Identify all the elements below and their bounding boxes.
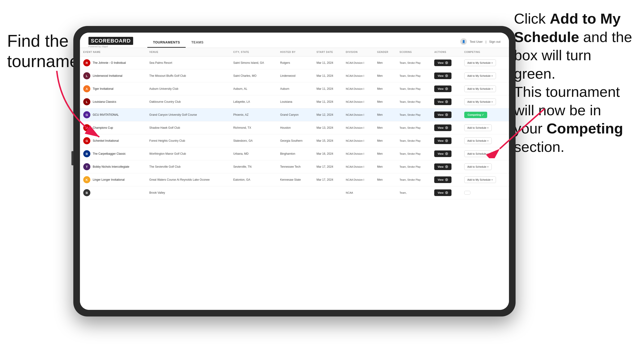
tab-teams[interactable]: TEAMS (186, 37, 209, 48)
nav-tabs: TOURNAMENTS TEAMS (147, 37, 209, 48)
actions-cell: View ⓘ (431, 134, 461, 147)
hosted-by-cell: Tennessee Tech (277, 160, 313, 173)
view-icon: ⓘ (445, 61, 448, 64)
hosted-by-cell: Auburn (277, 82, 313, 95)
view-button[interactable]: View ⓘ (434, 189, 452, 196)
date-cell: Mar 17, 2024 (313, 160, 342, 173)
view-button[interactable]: View ⓘ (434, 176, 452, 183)
date-cell: Mar 11, 2024 (313, 95, 342, 108)
gender-cell: Men (374, 82, 396, 95)
view-icon: ⓘ (445, 126, 448, 129)
venue-cell: Sea Palms Resort (146, 56, 230, 69)
user-icon: 👤 (460, 38, 467, 45)
hosted-by-cell: Kennesaw State (277, 173, 313, 186)
date-cell: Mar 16, 2024 (313, 147, 342, 160)
gender-cell: Men (374, 134, 396, 147)
gender-cell: Men (374, 121, 396, 134)
table-row: A Tiger Invitational Auburn University C… (80, 82, 509, 95)
city-cell: Saint Charles, MO (230, 69, 277, 82)
add-to-schedule-button[interactable]: Add to My Schedule + (464, 176, 496, 183)
view-button[interactable]: View ⓘ (434, 99, 452, 105)
table-header-row: EVENT NAME VENUE CITY, STATE HOSTED BY S… (80, 48, 509, 56)
col-hosted-by: HOSTED BY (277, 48, 313, 56)
actions-cell: View ⓘ (431, 82, 461, 95)
view-button[interactable]: View ⓘ (434, 112, 452, 118)
competing-cell: Add to My Schedule + (461, 173, 509, 186)
date-cell: Mar 11, 2024 (313, 82, 342, 95)
gender-cell: Men (374, 160, 396, 173)
competing-cell: Add to My Schedule + (461, 56, 509, 69)
event-name-text: Bobby Nichols Intercollegiate (93, 165, 129, 169)
app-logo: SCOREBOARD (88, 37, 133, 45)
view-button[interactable]: View ⓘ (434, 85, 452, 92)
add-to-schedule-button[interactable]: Add to My Schedule + (464, 59, 496, 66)
view-button[interactable]: View ⓘ (434, 151, 452, 157)
gender-cell: Men (374, 69, 396, 82)
col-start-date: START DATE (313, 48, 342, 56)
actions-cell: View ⓘ (431, 56, 461, 69)
sign-out-link[interactable]: Sign out (489, 40, 500, 43)
tablet-screen: SCOREBOARD Powered by clippd TOURNAMENTS… (80, 33, 509, 310)
team-logo: K (83, 176, 90, 183)
add-to-schedule-button[interactable] (464, 191, 470, 195)
actions-cell: View ⓘ (431, 121, 461, 134)
gender-cell: Men (374, 95, 396, 108)
tournaments-table: EVENT NAME VENUE CITY, STATE HOSTED BY S… (80, 48, 509, 199)
scoring-cell: Team, Stroke Play (396, 108, 431, 121)
scoring-cell: Team, Stroke Play (396, 121, 431, 134)
gender-cell: Men (374, 56, 396, 69)
view-icon: ⓘ (445, 191, 448, 194)
view-button[interactable]: View ⓘ (434, 59, 452, 66)
scoring-cell: Team, Stroke Play (396, 173, 431, 186)
view-button[interactable]: View ⓘ (434, 138, 452, 144)
venue-cell: Grand Canyon University Golf Course (146, 108, 230, 121)
city-cell: Urbana, MD (230, 147, 277, 160)
table-container: EVENT NAME VENUE CITY, STATE HOSTED BY S… (80, 48, 509, 310)
add-to-schedule-button[interactable]: Add to My Schedule + (464, 85, 496, 92)
city-cell: Saint Simons Island, GA (230, 56, 277, 69)
team-logo: T (83, 163, 90, 170)
col-division: DIVISION (342, 48, 374, 56)
view-button[interactable]: View ⓘ (434, 125, 452, 131)
col-scoring: SCORING (396, 48, 431, 56)
team-logo: B (83, 150, 90, 157)
view-button[interactable]: View ⓘ (434, 72, 452, 79)
date-cell (313, 186, 342, 199)
col-venue: VENUE (146, 48, 230, 56)
actions-cell: View ⓘ (431, 160, 461, 173)
view-icon: ⓘ (445, 113, 448, 116)
hosted-by-cell (277, 186, 313, 199)
event-name-cell: T Bobby Nichols Intercollegiate (80, 160, 146, 173)
venue-cell: Auburn University Club (146, 82, 230, 95)
tab-tournaments[interactable]: TOURNAMENTS (147, 37, 186, 48)
actions-cell: View ⓘ (431, 147, 461, 160)
division-cell: NCAA Division I (342, 134, 374, 147)
date-cell: Mar 17, 2024 (313, 173, 342, 186)
col-city-state: CITY, STATE (230, 48, 277, 56)
right-arrow (478, 102, 550, 158)
competing-cell: Add to My Schedule + (461, 82, 509, 95)
col-actions: ACTIONS (431, 48, 461, 56)
event-name-text: The Carpetbagger Classic (93, 152, 126, 156)
gender-cell: Men (374, 147, 396, 160)
table-row: L Lindenwood Invitational The Missouri B… (80, 69, 509, 82)
add-to-schedule-button[interactable]: Add to Schedule + (464, 164, 492, 170)
view-icon: ⓘ (445, 74, 448, 77)
col-event-name: EVENT NAME (80, 48, 146, 56)
tablet-side-button (72, 151, 73, 165)
venue-cell: The Sevierville Golf Club (146, 160, 230, 173)
division-cell: NCAA (342, 186, 374, 199)
table-row: B Brook ValleyNCAATeam, View ⓘ (80, 186, 509, 199)
venue-cell: Oakbourne Country Club (146, 95, 230, 108)
view-icon: ⓘ (445, 100, 448, 103)
table-row: K Linger Longer Invitational Great Water… (80, 173, 509, 186)
add-to-schedule-button[interactable]: Add to My Schedule + (464, 72, 496, 79)
tablet: SCOREBOARD Powered by clippd TOURNAMENTS… (73, 26, 516, 317)
division-cell: NCAA Division I (342, 95, 374, 108)
scoring-cell: Team, Stroke Play (396, 134, 431, 147)
hosted-by-cell: Binghamton (277, 147, 313, 160)
date-cell: Mar 15, 2024 (313, 134, 342, 147)
city-cell: Lafayette, LA (230, 95, 277, 108)
view-button[interactable]: View ⓘ (434, 164, 452, 170)
city-cell: Sevierville, TN (230, 160, 277, 173)
